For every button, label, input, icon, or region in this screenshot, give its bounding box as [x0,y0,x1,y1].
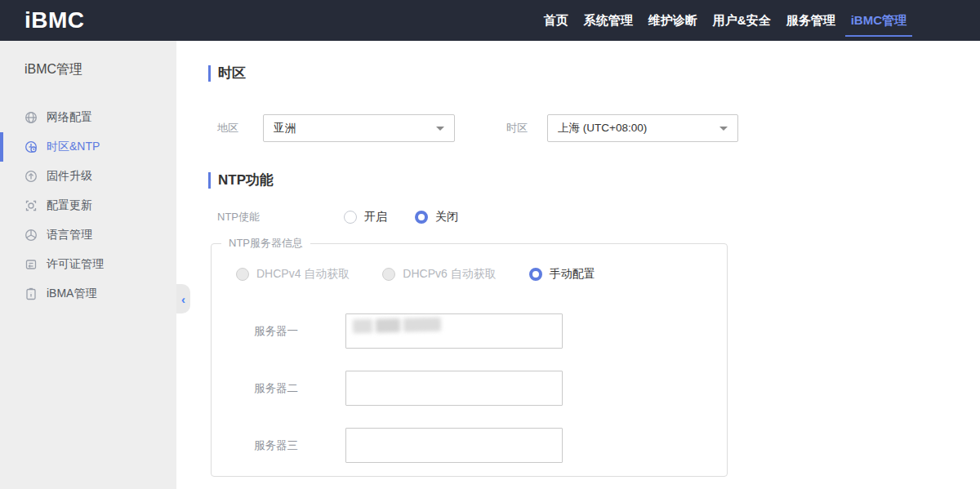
sidebar-item-label: 固件升级 [47,169,92,184]
ntp-enable-off-label: 关闭 [435,210,458,224]
region-select-value: 亚洲 [274,121,296,136]
timezone-clock-icon [24,140,38,153]
server-one-row: 服务器一 [254,313,727,349]
nav-item-home[interactable]: 首页 [544,0,568,41]
radio-unchecked-icon[interactable] [344,211,357,224]
dhcpv6-auto-label: DHCPv6 自动获取 [403,267,496,282]
server-two-input-wrap [345,371,563,406]
sidebar-item-ibma-management[interactable]: iBMA管理 [0,279,176,309]
nav-item-system-management[interactable]: 系统管理 [584,0,633,41]
ntp-server-info-group: NTP服务器信息 DHCPv4 自动获取 DHCPv6 自动获取 手动配置 [211,236,728,477]
server-one-label: 服务器一 [254,324,345,339]
sidebar-item-label: 网络配置 [47,110,92,125]
server-one-input-wrap [345,313,563,349]
timezone-label: 时区 [506,121,547,136]
manual-config-label: 手动配置 [550,267,595,282]
dhcpv4-auto-option: DHCPv4 自动获取 [236,267,350,282]
main-content: 时区 地区 亚洲 时区 上海 (UTC+08:00) NTP功能 NTP使能 [176,41,980,489]
server-three-input-wrap [345,428,563,463]
nav-item-maintenance-diagnosis[interactable]: 维护诊断 [648,0,697,41]
chevron-down-icon [719,127,728,131]
server-three-row: 服务器三 [254,428,727,463]
ntp-enable-off-option[interactable]: 关闭 [415,210,458,224]
dhcpv4-auto-label: DHCPv4 自动获取 [256,267,350,282]
server-three-input[interactable] [346,429,562,462]
ibma-clipboard-icon [24,287,38,300]
manual-config-option[interactable]: 手动配置 [529,267,595,282]
top-navigation: 首页 系统管理 维护诊断 用户&安全 服务管理 iBMC管理 [544,0,906,41]
ntp-server-info-legend: NTP服务器信息 [221,236,310,251]
config-update-icon [24,199,38,212]
sidebar-item-firmware-upgrade[interactable]: 固件升级 [0,162,176,191]
sidebar-item-label: 配置更新 [47,198,92,213]
sidebar-title: iBMC管理 [0,60,176,78]
sidebar-item-label: 时区&NTP [47,140,100,154]
nav-item-service-management[interactable]: 服务管理 [786,0,835,41]
timezone-form-row: 地区 亚洲 时区 上海 (UTC+08:00) [208,114,980,142]
nav-item-user-security[interactable]: 用户&安全 [713,0,771,41]
sidebar-item-license-management[interactable]: 许可证管理 [0,250,176,279]
sidebar-item-language-management[interactable]: 语言管理 [0,220,176,250]
radio-checked-icon[interactable] [415,211,428,224]
ntp-enable-label: NTP使能 [217,210,344,224]
sidebar-item-label: 许可证管理 [47,257,104,272]
ntp-server-mode-row: DHCPv4 自动获取 DHCPv6 自动获取 手动配置 [236,267,727,282]
network-icon [24,111,38,124]
server-one-input[interactable] [346,314,562,348]
radio-disabled-icon [236,268,249,281]
sidebar-item-config-update[interactable]: 配置更新 [0,191,176,220]
timezone-section-title: 时区 [208,65,980,82]
top-header-bar: iBMC 首页 系统管理 维护诊断 用户&安全 服务管理 iBMC管理 [0,0,980,41]
chevron-down-icon [436,127,444,131]
region-label: 地区 [217,121,263,136]
sidebar-collapse-button[interactable]: ‹ [176,284,190,313]
radio-disabled-icon [382,268,395,281]
firmware-upgrade-icon [24,170,38,183]
ntp-enable-on-option[interactable]: 开启 [344,210,387,224]
region-select[interactable]: 亚洲 [263,114,455,142]
sidebar-item-label: 语言管理 [47,228,92,242]
chevron-left-icon: ‹ [181,292,185,306]
ntp-enable-row: NTP使能 开启 关闭 [208,210,980,224]
timezone-select-value: 上海 (UTC+08:00) [558,121,647,136]
server-two-input[interactable] [346,371,562,405]
license-icon [24,258,38,271]
server-two-label: 服务器二 [254,381,345,396]
server-two-row: 服务器二 [254,371,727,406]
language-icon [24,229,38,242]
sidebar-item-network-config[interactable]: 网络配置 [0,103,176,132]
timezone-select[interactable]: 上海 (UTC+08:00) [547,114,738,142]
sidebar-item-label: iBMA管理 [47,287,96,301]
server-three-label: 服务器三 [254,438,345,453]
ibmc-app: iBMC 首页 系统管理 维护诊断 用户&安全 服务管理 iBMC管理 iBMC… [0,0,980,489]
dhcpv6-auto-option: DHCPv6 自动获取 [382,267,496,282]
sidebar: iBMC管理 网络配置 时区&NTP 固件升级 [0,41,176,489]
nav-item-ibmc-management[interactable]: iBMC管理 [851,0,906,41]
ntp-enable-on-label: 开启 [364,210,387,224]
radio-checked-icon[interactable] [529,268,542,281]
ntp-section-title: NTP功能 [208,172,980,189]
sidebar-item-timezone-ntp[interactable]: 时区&NTP [0,132,176,162]
ibmc-logo: iBMC [24,7,85,33]
